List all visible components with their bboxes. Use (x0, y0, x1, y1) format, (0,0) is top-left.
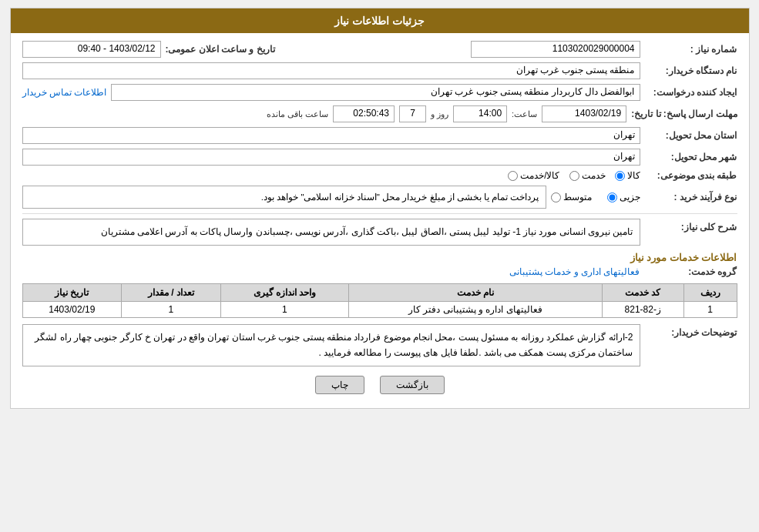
deadline-days: 7 (399, 105, 426, 122)
deadline-label: مهلت ارسال پاسخ: تا تاریخ: (631, 109, 737, 119)
cell-name: فعالیتهای اداره و پشتیبانی دفتر کار (349, 301, 602, 317)
deadline-remaining-label: ساعت باقی مانده (267, 109, 328, 119)
category-option-khedmat[interactable]: خدمت (569, 170, 606, 181)
buttons-row: بازگشت چاپ (22, 376, 737, 394)
creator-value: ابوالفضل دال کاربردار منطقه پستی جنوب غر… (111, 84, 640, 101)
deadline-time-label: ساعت: (512, 109, 537, 119)
category-option-kala-khedmat[interactable]: کالا/خدمت (508, 170, 559, 181)
col-header-date: تاریخ نیاز (22, 283, 122, 301)
cell-radif: 1 (683, 301, 737, 317)
content-area: شماره نیاز : 1103020029000004 تاریخ و سا… (11, 33, 749, 408)
process-radio-group: متوسط جزیی (551, 192, 640, 202)
need-description-value: تامین نیروی انسانی مورد نیاز 1- تولید لی… (22, 219, 640, 245)
need-number-value: 1103020029000004 (471, 41, 640, 58)
deadline-date: 1403/02/19 (542, 105, 626, 122)
row-need-number: شماره نیاز : 1103020029000004 تاریخ و سا… (22, 41, 737, 58)
category-option-kala[interactable]: کالا (615, 170, 640, 181)
city-value: تهران (22, 149, 640, 166)
city-label: شهر محل تحویل: (645, 152, 737, 162)
deadline-remaining: 02:50:43 (333, 105, 395, 122)
process-option-jozyi[interactable]: جزیی (607, 192, 640, 202)
category-label: طبقه بندی موضوعی: (645, 170, 737, 181)
row-process-type: نوع فرآیند خرید : متوسط جزیی پرداخت تمام… (22, 186, 737, 209)
buyer-description-label: توضیحات خریدار: (645, 324, 737, 338)
col-header-count: تعداد / مقدار (122, 283, 220, 301)
creator-link[interactable]: اطلاعات تماس خریدار (22, 87, 107, 98)
process-option-motavasset[interactable]: متوسط (551, 192, 592, 202)
print-button[interactable]: چاپ (315, 376, 364, 394)
col-header-code: کد خدمت (602, 283, 683, 301)
row-creator: ایجاد کننده درخواست: ابوالفضل دال کاربرد… (22, 84, 737, 101)
process-notice: پرداخت تمام یا بخشی از مبلغ خریدار محل "… (22, 186, 546, 209)
buyer-name-value: منطقه پستی جنوب غرب تهران (22, 62, 640, 79)
row-province: استان محل تحویل: تهران (22, 127, 737, 144)
main-container: جزئیات اطلاعات نیاز شماره نیاز : 1103020… (10, 8, 750, 409)
row-service-group: گروه خدمت: فعالیتهای اداری و خدمات پشتیب… (22, 266, 737, 277)
row-buyer-description: توضیحات خریدار: 2-ارائه گزارش عملکرد روز… (22, 324, 737, 366)
divider-1 (22, 213, 737, 214)
back-button[interactable]: بازگشت (380, 376, 445, 394)
deadline-time: 14:00 (453, 105, 507, 122)
page-header: جزئیات اطلاعات نیاز (11, 8, 749, 33)
service-group-label: گروه خدمت: (645, 266, 737, 277)
row-deadline: مهلت ارسال پاسخ: تا تاریخ: 1403/02/19 سا… (22, 105, 737, 122)
province-value: تهران (22, 127, 640, 144)
province-label: استان محل تحویل: (645, 130, 737, 141)
services-table: ردیف کد خدمت نام خدمت واحد اندازه گیری ت… (22, 283, 737, 318)
cell-count: 1 (122, 301, 220, 317)
need-description-label: شرح کلی نیاز: (645, 219, 737, 233)
announce-value: 1403/02/12 - 09:40 (22, 41, 161, 58)
table-row: 1 ز-82-821 فعالیتهای اداره و پشتیبانی دف… (22, 301, 737, 317)
deadline-days-label: روز و (431, 109, 448, 119)
row-need-description: شرح کلی نیاز: تامین نیروی انسانی مورد نی… (22, 219, 737, 245)
col-header-name: نام خدمت (349, 283, 602, 301)
cell-code: ز-82-821 (602, 301, 683, 317)
row-buyer-name: نام دستگاه خریدار: منطقه پستی جنوب غرب ت… (22, 62, 737, 79)
service-group-link[interactable]: فعالیتهای اداری و خدمات پشتیبانی (509, 266, 640, 277)
services-table-section: ردیف کد خدمت نام خدمت واحد اندازه گیری ت… (22, 283, 737, 318)
announce-label: تاریخ و ساعت اعلان عمومی: (166, 44, 275, 55)
buyer-description-value: 2-ارائه گزارش عملکرد روزانه به مسئول پست… (22, 324, 640, 366)
col-header-unit: واحد اندازه گیری (220, 283, 349, 301)
row-city: شهر محل تحویل: تهران (22, 149, 737, 166)
category-radio-group: کالا/خدمت خدمت کالا (508, 170, 640, 181)
cell-date: 1403/02/19 (22, 301, 122, 317)
row-category: طبقه بندی موضوعی: کالا/خدمت خدمت کالا (22, 170, 737, 181)
page-title: جزئیات اطلاعات نیاز (334, 15, 425, 27)
process-type-label: نوع فرآیند خرید : (645, 192, 737, 202)
services-section-title: اطلاعات خدمات مورد نیاز (22, 252, 737, 263)
buyer-name-label: نام دستگاه خریدار: (645, 65, 737, 76)
col-header-radif: ردیف (683, 283, 737, 301)
need-number-label: شماره نیاز : (645, 44, 737, 55)
cell-unit: 1 (220, 301, 349, 317)
creator-label: ایجاد کننده درخواست: (645, 87, 737, 98)
